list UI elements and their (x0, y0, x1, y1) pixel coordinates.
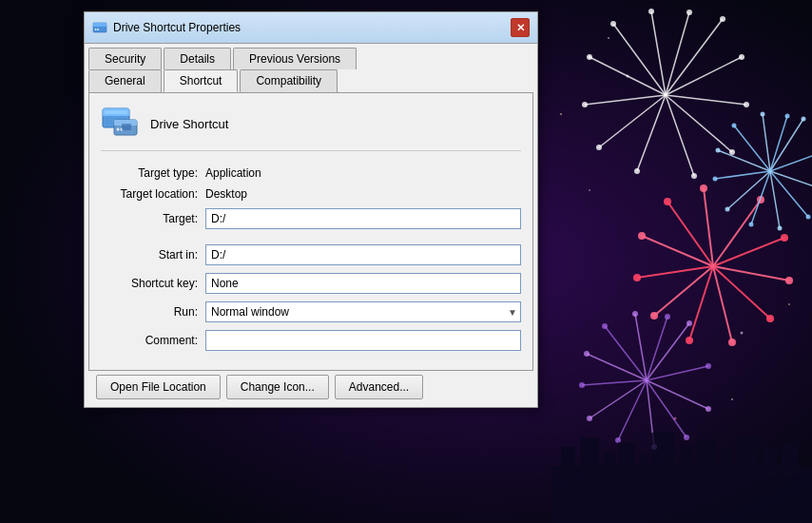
svg-point-64 (749, 223, 754, 227)
svg-point-63 (778, 226, 783, 231)
svg-point-18 (634, 168, 640, 174)
svg-rect-97 (580, 437, 599, 475)
svg-point-40 (728, 339, 736, 346)
shortcut-key-input[interactable] (205, 273, 521, 294)
svg-point-86 (684, 435, 689, 440)
tab-shortcut[interactable]: Shortcut (164, 69, 239, 92)
svg-point-42 (650, 312, 658, 320)
title-bar: Drive Shortcut Properties ✕ (85, 12, 537, 44)
shortcut-key-row: Shortcut key: (101, 273, 521, 294)
dialog-window: Drive Shortcut Properties ✕ Security Det… (84, 11, 538, 408)
svg-point-114 (589, 189, 590, 191)
tab-details[interactable]: Details (164, 48, 231, 69)
svg-point-69 (761, 112, 765, 117)
svg-point-62 (806, 215, 811, 220)
target-input[interactable] (205, 208, 521, 229)
svg-point-14 (739, 54, 744, 60)
run-select[interactable]: Normal window Minimized Maximized (205, 301, 521, 322)
svg-point-13 (720, 16, 725, 22)
target-type-row: Target type: Application (101, 166, 521, 180)
svg-point-17 (691, 173, 697, 179)
svg-point-119 (95, 29, 97, 30)
target-type-value: Application (205, 166, 261, 180)
svg-point-93 (632, 311, 638, 317)
tab-container: Security Details Previous Versions (85, 44, 537, 69)
svg-point-115 (674, 417, 677, 420)
title-bar-left: Drive Shortcut Properties (92, 20, 241, 35)
svg-point-65 (725, 207, 730, 212)
run-select-wrapper: Normal window Minimized Maximized ▼ (205, 301, 521, 322)
comment-label: Comment: (101, 334, 205, 347)
target-type-label: Target type: (101, 166, 205, 180)
svg-point-59 (802, 117, 806, 122)
target-label: Target: (101, 212, 205, 225)
target-location-row: Target location: Desktop (101, 187, 521, 201)
svg-point-24 (686, 10, 692, 15)
tab-general[interactable]: General (88, 69, 162, 92)
app-icon-svg (101, 105, 139, 143)
svg-point-38 (785, 277, 793, 284)
svg-point-94 (665, 314, 670, 320)
tab-container-row2: General Shortcut Compatibility (85, 69, 537, 92)
svg-point-37 (781, 234, 788, 242)
svg-point-112 (741, 332, 744, 335)
svg-rect-103 (697, 439, 716, 475)
svg-rect-105 (737, 436, 758, 475)
target-location-label: Target location: (101, 187, 205, 201)
title-icon (92, 20, 107, 35)
bottom-buttons: Open File Location Change Icon... Advanc… (88, 375, 533, 399)
svg-point-44 (638, 232, 646, 240)
svg-rect-101 (651, 433, 675, 475)
app-icon (101, 105, 139, 143)
open-file-location-button[interactable]: Open File Location (96, 375, 221, 399)
svg-point-41 (686, 337, 693, 344)
start-in-label: Start in: (101, 248, 205, 262)
svg-point-16 (729, 149, 735, 155)
tab-security[interactable]: Security (88, 48, 162, 69)
svg-point-43 (633, 274, 641, 281)
svg-point-109 (608, 37, 609, 39)
svg-rect-118 (93, 23, 106, 27)
svg-point-23 (648, 9, 654, 14)
svg-point-22 (610, 21, 616, 27)
tab-previous-versions[interactable]: Previous Versions (233, 48, 357, 69)
tab-compatibility[interactable]: Compatibility (240, 69, 338, 92)
content-panel: Drive Shortcut Target type: Application … (88, 92, 533, 371)
svg-point-89 (587, 416, 592, 421)
svg-point-83 (686, 320, 692, 326)
svg-rect-123 (105, 110, 127, 114)
svg-rect-96 (561, 447, 575, 475)
svg-rect-128 (122, 124, 131, 130)
svg-rect-104 (721, 449, 732, 475)
start-in-input[interactable] (205, 244, 521, 265)
svg-rect-107 (782, 442, 799, 475)
svg-point-84 (706, 363, 711, 369)
svg-point-120 (97, 29, 99, 30)
svg-rect-102 (680, 445, 693, 475)
svg-point-20 (582, 102, 588, 107)
app-header: Drive Shortcut (101, 105, 521, 151)
run-label: Run: (101, 305, 205, 319)
target-location-value: Desktop (205, 187, 247, 201)
run-row: Run: Normal window Minimized Maximized ▼ (101, 301, 521, 322)
comment-input[interactable] (205, 330, 521, 351)
svg-point-126 (117, 128, 120, 131)
svg-point-90 (579, 382, 585, 388)
svg-point-45 (664, 198, 671, 205)
svg-point-113 (788, 303, 790, 305)
svg-point-67 (716, 148, 721, 153)
svg-point-108 (589, 56, 591, 59)
svg-point-66 (713, 177, 718, 182)
svg-point-68 (732, 124, 737, 128)
advanced-button[interactable]: Advanced... (335, 375, 423, 399)
close-button[interactable]: ✕ (511, 18, 530, 37)
start-in-row: Start in: (101, 244, 521, 265)
svg-point-46 (700, 184, 707, 192)
svg-rect-106 (763, 447, 777, 475)
svg-point-91 (584, 351, 590, 357)
svg-point-111 (560, 113, 562, 115)
title-text: Drive Shortcut Properties (113, 21, 241, 34)
svg-rect-99 (618, 442, 635, 475)
change-icon-button[interactable]: Change Icon... (226, 375, 329, 399)
svg-rect-98 (604, 452, 615, 475)
